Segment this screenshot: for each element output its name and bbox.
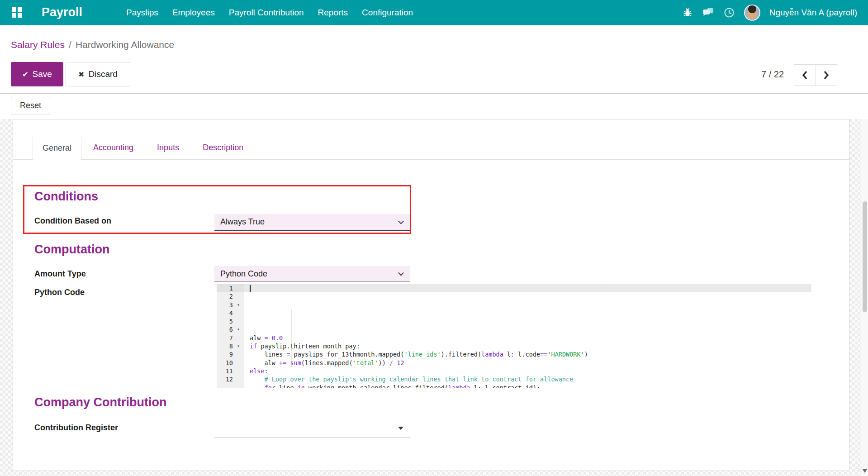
- gutter-line-number[interactable]: 7: [217, 334, 244, 342]
- content-area: General Accounting Inputs Description Co…: [0, 119, 861, 476]
- breadcrumb-separator: /: [69, 39, 71, 50]
- code-line: for line in working_month_calendar_lines…: [244, 384, 811, 388]
- section-title-company-contribution: Company Contribution: [34, 395, 166, 409]
- vertical-scrollbar[interactable]: [861, 94, 868, 476]
- chevron-right-icon: [823, 71, 830, 80]
- nav-item-payroll-contribution[interactable]: Payroll Contribution: [229, 8, 304, 18]
- label-cell-separator: [211, 213, 211, 234]
- notebook-tabs: General Accounting Inputs Description: [13, 136, 849, 160]
- code-line: alw = 0.0: [244, 334, 811, 342]
- scrollbar-thumb[interactable]: [863, 201, 867, 312]
- contribution-register-dropdown[interactable]: [214, 422, 410, 438]
- nav-item-reports[interactable]: Reports: [318, 8, 348, 18]
- gutter-line-number[interactable]: 9: [217, 350, 244, 358]
- save-button[interactable]: ✔ Save: [11, 62, 63, 86]
- code-line: if payslip.thirteen_month_pay:: [244, 342, 811, 350]
- pager-previous-button[interactable]: [794, 65, 816, 86]
- gutter-line-number[interactable]: 12: [217, 375, 244, 383]
- text-cursor: [250, 285, 251, 292]
- nav-item-configuration[interactable]: Configuration: [362, 8, 413, 18]
- condition-based-on-label: Condition Based on: [34, 216, 111, 226]
- label-cell-separator: [211, 419, 211, 440]
- debug-bug-icon[interactable]: [682, 7, 693, 19]
- gutter-line-number[interactable]: 6▾: [217, 325, 244, 333]
- gutter-line-number[interactable]: 1: [217, 284, 244, 292]
- app-brand[interactable]: Payroll: [42, 0, 82, 25]
- fold-arrow-icon[interactable]: ▾: [233, 325, 244, 333]
- gutter-line-number[interactable]: 5: [217, 317, 244, 325]
- pager-value[interactable]: 7 / 22: [754, 62, 791, 86]
- breadcrumb-parent-link[interactable]: Salary Rules: [11, 39, 65, 50]
- messages-chat-icon[interactable]: [702, 7, 714, 19]
- python-code-editor[interactable]: 123▾456▾78▾9101112 alw = 0.0if payslip.t…: [217, 284, 811, 388]
- check-icon: ✔: [22, 70, 28, 79]
- pager-next-button[interactable]: [816, 65, 837, 86]
- form-statusbar: Reset: [0, 94, 868, 119]
- code-line: else:: [244, 367, 811, 375]
- code-gutter: 123▾456▾78▾9101112: [217, 284, 244, 388]
- code-line: # Loop over the payslip's working calend…: [244, 375, 811, 383]
- user-menu[interactable]: Nguyễn Văn A (payroll): [769, 8, 857, 18]
- x-icon: ✖: [78, 70, 84, 79]
- nav-item-payslips[interactable]: Payslips: [126, 8, 158, 18]
- discard-button[interactable]: ✖ Discard: [66, 62, 130, 86]
- section-title-computation: Computation: [34, 243, 109, 257]
- gutter-line-number[interactable]: 11: [217, 367, 244, 375]
- contribution-register-label: Contribution Register: [34, 423, 118, 433]
- nav-menu-bar: Payslips Employees Payroll Contribution …: [126, 0, 413, 25]
- active-line-highlight: [244, 284, 811, 292]
- tab-accounting[interactable]: Accounting: [81, 136, 145, 159]
- condition-based-on-select[interactable]: Always True: [214, 214, 410, 231]
- save-button-label: Save: [33, 69, 52, 79]
- discard-button-label: Discard: [89, 69, 118, 79]
- amount-type-label: Amount Type: [34, 269, 86, 279]
- form-sheet: General Accounting Inputs Description Co…: [13, 119, 849, 471]
- user-avatar[interactable]: [744, 5, 760, 21]
- navbar-right: Nguyễn Văn A (payroll): [682, 0, 857, 25]
- tab-general[interactable]: General: [33, 136, 81, 160]
- code-area[interactable]: alw = 0.0if payslip.thirteen_month_pay: …: [244, 284, 811, 388]
- condition-based-on-value: Always True: [220, 217, 265, 227]
- code-line: lines = payslips_for_13thmonth.mapped('l…: [244, 350, 811, 358]
- label-cell-separator: [211, 265, 211, 285]
- fold-arrow-icon[interactable]: ▾: [233, 301, 244, 309]
- apps-grid-icon[interactable]: [12, 7, 22, 18]
- code-line: alw += sum(lines.mapped('total')) / 12: [244, 359, 811, 367]
- code-lines: alw = 0.0if payslip.thirteen_month_pay: …: [244, 325, 811, 388]
- nav-item-employees[interactable]: Employees: [172, 8, 215, 18]
- gutter-line-number[interactable]: 2: [217, 292, 244, 300]
- tab-description[interactable]: Description: [191, 136, 255, 159]
- amount-type-select[interactable]: Python Code: [214, 266, 410, 282]
- chevron-down-icon: [398, 218, 404, 224]
- scroll-down-arrow-icon[interactable]: [863, 469, 867, 473]
- gutter-line-number[interactable]: 8▾: [217, 342, 244, 350]
- chevron-down-icon: [398, 270, 404, 276]
- code-line: [244, 325, 811, 333]
- section-title-conditions: Conditions: [34, 190, 98, 204]
- dropdown-caret-icon: [398, 427, 403, 430]
- breadcrumb: Salary Rules/Hardworking Allowance: [11, 39, 174, 50]
- fold-arrow-icon[interactable]: ▾: [233, 342, 244, 350]
- tab-inputs[interactable]: Inputs: [145, 136, 191, 159]
- pager-buttons: [794, 64, 837, 86]
- gutter-line-number[interactable]: 10: [217, 359, 244, 367]
- reset-button[interactable]: Reset: [11, 97, 50, 114]
- gutter-line-number[interactable]: 3▾: [217, 301, 244, 309]
- breadcrumb-current: Hardworking Allowance: [76, 39, 174, 50]
- gutter-line-number[interactable]: 4: [217, 309, 244, 317]
- control-panel: Salary Rules/Hardworking Allowance ✔ Sav…: [0, 25, 868, 94]
- top-navbar: Payroll Payslips Employees Payroll Contr…: [0, 0, 868, 25]
- activities-clock-icon[interactable]: [723, 7, 735, 19]
- python-code-label: Python Code: [34, 288, 85, 297]
- amount-type-value: Python Code: [220, 269, 267, 279]
- chevron-left-icon: [802, 71, 808, 80]
